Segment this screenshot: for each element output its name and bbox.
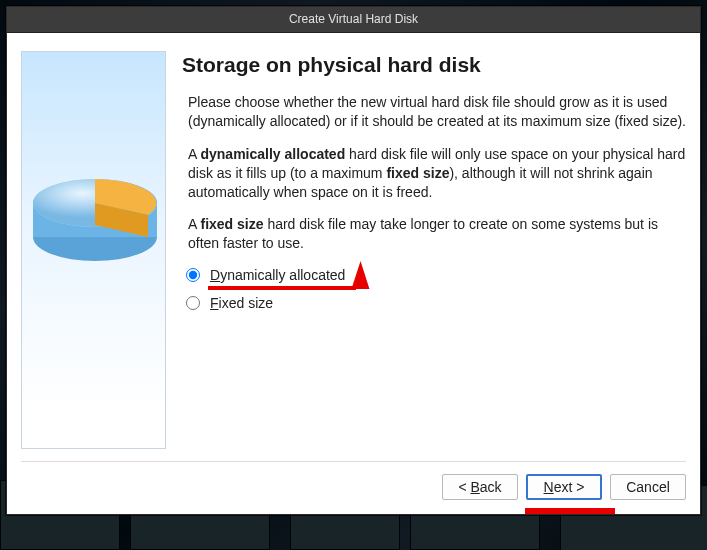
text: ixed size [219, 295, 273, 311]
wizard-dialog: Create Virtual Hard Disk Storage on phys… [6, 6, 701, 515]
text: Cancel [626, 479, 670, 495]
radio-label: Fixed size [210, 295, 273, 311]
intro-paragraph: Please choose whether the new virtual ha… [184, 93, 686, 131]
bold-text: fixed size [200, 216, 263, 232]
mnemonic: B [470, 479, 479, 495]
button-bar: < Back Next > Cancel [7, 462, 700, 514]
annotation-arrow-icon [351, 261, 378, 289]
text: A [188, 216, 200, 232]
window-title: Create Virtual Hard Disk [289, 12, 418, 26]
mnemonic: N [544, 479, 554, 495]
next-button[interactable]: Next > [526, 474, 602, 500]
radio-fixed-size[interactable]: Fixed size [186, 295, 686, 311]
page-heading: Storage on physical hard disk [182, 53, 686, 77]
fixed-paragraph: A fixed size hard disk file may take lon… [184, 215, 686, 253]
dynamic-paragraph: A dynamically allocated hard disk file w… [184, 145, 686, 202]
radio-dynamically-allocated[interactable]: Dynamically allocated [186, 267, 686, 283]
titlebar[interactable]: Create Virtual Hard Disk [7, 7, 700, 33]
text: ack [480, 479, 502, 495]
text: ynamically allocated [220, 267, 345, 283]
wizard-main: Storage on physical hard disk Please cho… [184, 51, 686, 449]
radio-label: Dynamically allocated [210, 267, 345, 283]
radio-input[interactable] [186, 268, 200, 282]
back-button[interactable]: < Back [442, 474, 518, 500]
bold-text: dynamically allocated [200, 146, 345, 162]
annotation-underline-next [525, 508, 615, 514]
radio-input[interactable] [186, 296, 200, 310]
annotation-underline [208, 286, 356, 290]
storage-type-radios: Dynamically allocated Fixed size [184, 267, 686, 311]
disk-pie-icon [30, 127, 160, 287]
text: < [458, 479, 470, 495]
wizard-side-image [21, 51, 166, 449]
text: A [188, 146, 200, 162]
text: ext > [554, 479, 585, 495]
mnemonic: D [210, 267, 220, 283]
bold-text: fixed size [386, 165, 449, 181]
cancel-button[interactable]: Cancel [610, 474, 686, 500]
dialog-body: Storage on physical hard disk Please cho… [7, 33, 700, 461]
mnemonic: F [210, 295, 219, 311]
